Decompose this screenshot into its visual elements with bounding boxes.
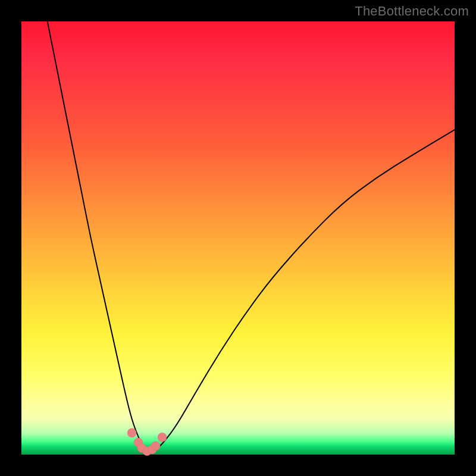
curve-left-branch [48, 21, 152, 452]
chart-overlay [21, 21, 455, 455]
chart-frame: TheBottleneck.com [0, 0, 476, 476]
bottom-dot [127, 428, 136, 437]
curve-right-branch [151, 130, 455, 452]
bottom-dot [158, 433, 167, 441]
watermark-text: TheBottleneck.com [355, 4, 469, 19]
bottom-dot [151, 441, 160, 450]
bottom-dots-group [127, 428, 167, 456]
